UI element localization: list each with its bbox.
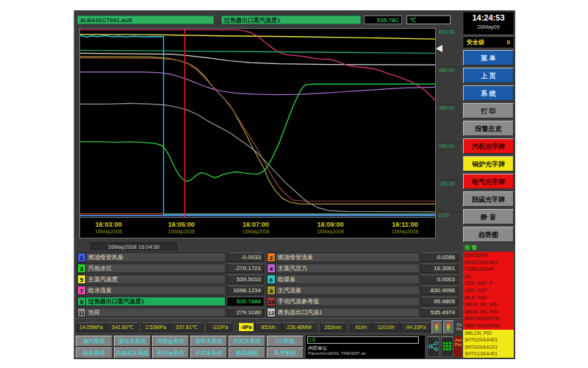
system-button[interactable]: 凝结水系统	[114, 336, 151, 347]
legend-row-pen4[interactable]: 4主蒸汽压力16.3061	[267, 263, 458, 273]
legend-row-pen6[interactable]: 6给煤量0.0003	[267, 275, 458, 284]
y-axis-label: 600.00	[437, 28, 462, 35]
system-button[interactable]: 抽汽系统	[76, 336, 112, 347]
signal-indicator-button[interactable]	[431, 320, 442, 334]
command-panel: L6 内部单位 Paper/trendDDL TREND6*.av	[305, 335, 426, 359]
network-icon-button[interactable]	[427, 336, 440, 357]
legend-row-pen11[interactable]: 11负荷279.3180	[77, 308, 264, 317]
pen-label: 给水流量	[86, 286, 226, 295]
system-button[interactable]: 闭式水系统	[229, 336, 265, 347]
status-value: 263mm	[320, 322, 345, 332]
legend-row-pen3[interactable]: 3汽包水位-270.1721	[77, 263, 264, 273]
grid-view-icon-button[interactable]	[441, 336, 453, 357]
system-button[interactable]: CO系统	[267, 336, 304, 347]
signal-indicator-button[interactable]	[443, 320, 454, 334]
ack-point-button[interactable]: Ack Point	[454, 336, 462, 357]
command-input[interactable]: L6	[307, 336, 419, 344]
annunciator-button[interactable]: 电气光字牌	[463, 174, 514, 189]
alarm-tag-red[interactable]: 3MLE_HA_PID	[463, 301, 514, 308]
system-button[interactable]: 给水系统	[76, 347, 112, 358]
legend-row-pen9[interactable]: 9过热器出口蒸汽温度1535.7888	[77, 297, 264, 306]
alarm-overview-button[interactable]: 报警总览	[463, 121, 514, 136]
system-button[interactable]: 曲线画面	[229, 347, 265, 358]
alarm-tag-red[interactable]: N01617SS.4H1	[463, 259, 514, 266]
date-label: 16May2008	[243, 229, 270, 234]
dcs-trend-window: 3LBA01CT601.aU8 过热器出口蒸汽温度1 535.78C ℃ 600…	[74, 10, 514, 359]
alarm-tag-red[interactable]: 1IDF_GZF	[463, 287, 514, 294]
pen-color-box: 9	[77, 297, 86, 306]
nav-button[interactable]: 系 统	[463, 85, 514, 101]
pen-value: -0.0033	[227, 252, 264, 262]
pen-value: 1098.1234	[227, 286, 264, 295]
pen-value: 539.5010	[227, 275, 264, 284]
pen-value: 279.3180	[227, 308, 264, 317]
legend-row-pen7[interactable]: 7给水流量1098.1234	[77, 286, 264, 295]
time-label: 16:09:00	[317, 221, 344, 228]
y-axis-label: 240.00	[437, 142, 462, 149]
pen-label: 再热器出口汽温1	[276, 308, 420, 317]
alarm-tag-yellow[interactable]: 3HTG13AA401	[463, 350, 514, 358]
system-button[interactable]: 高加疏水系统	[114, 347, 151, 358]
system-button[interactable]: 真空系统	[267, 347, 304, 358]
pen-value: 535.4974	[421, 308, 458, 317]
selected-pen-field[interactable]: 过热器出口蒸汽温度1	[221, 15, 361, 24]
annunciator-button[interactable]: 锅炉光字牌	[463, 156, 514, 171]
clock-panel: 14:24:53 26May09	[463, 12, 514, 35]
alarm-tag-red[interactable]: B39O18HT	[463, 252, 514, 259]
alarm-tag-yellow[interactable]: 3HTG20AA401	[463, 336, 514, 344]
point-tag-field[interactable]: 3LBA01CT601.aU8	[77, 15, 214, 24]
status-value: 537.81℃	[171, 322, 203, 332]
time-label: 16:05:00	[168, 221, 195, 228]
pen-value: -270.1721	[227, 263, 264, 273]
alarm-tag-red[interactable]: 1IDF_GZF_F	[463, 280, 514, 287]
trend-series-pen3	[80, 50, 435, 53]
pen-color-box: 1	[77, 252, 86, 262]
legend-row-pen1[interactable]: 1燃油母管风量-0.0033	[77, 252, 264, 262]
time-label: 16:03:00	[95, 221, 122, 228]
system-button[interactable]: 润滑油系统	[152, 336, 189, 347]
print-button[interactable]: 打 印	[463, 103, 514, 118]
status-value: -6Pa	[238, 322, 254, 332]
system-buttons-row2: 给水系统高加疏水系统密封油系统开式水系统曲线画面真空系统	[76, 347, 304, 358]
legend-row-pen8[interactable]: 8主汽流量830.9096	[267, 286, 458, 295]
trend-series-pen8	[80, 57, 435, 204]
legend-row-pen10[interactable]: 10手动汽温参考值95.9805	[267, 297, 458, 306]
statusbar-gap	[233, 327, 237, 328]
legend-row-pen12[interactable]: 12再热器出口汽温1535.4974	[267, 308, 458, 317]
time-axis-tick: 16:03:0016May2008	[95, 221, 122, 234]
statusbar-gap	[140, 327, 141, 328]
annunciator-button[interactable]: 脱硫光字牌	[463, 191, 514, 207]
nav-button[interactable]: 上 页	[463, 68, 514, 83]
signal-indicator-icon	[435, 322, 438, 331]
y-axis-label: 120.00	[437, 180, 462, 187]
system-button[interactable]: 开式水系统	[190, 347, 227, 358]
system-button[interactable]: 循环水系统	[190, 336, 227, 347]
pen-value: 830.9096	[421, 286, 458, 295]
y-axis-scale: 600.00480.00360.00240.00120.000.00	[437, 28, 462, 218]
status-value: -110Pa	[207, 322, 232, 332]
system-button[interactable]: 密封油系统	[152, 347, 189, 358]
mute-button[interactable]: 静 音	[463, 209, 514, 224]
alarm-tag-red[interactable]: 3MLD_HA_PID	[463, 308, 514, 316]
nav-button[interactable]: 菜 单	[463, 50, 514, 66]
alarm-tag-yellow[interactable]: 3HTG20AA101	[463, 344, 514, 351]
y-axis-label: 360.00	[437, 104, 462, 111]
pen-label: 汽包水位	[86, 263, 226, 273]
alarm-tag-red[interactable]: 3MKYW42AP30	[463, 315, 514, 322]
main-area: 3LBA01CT601.aU8 过热器出口蒸汽温度1 535.78C ℃ 600…	[74, 10, 462, 359]
trend-titlebar: 3LBA01CT601.aU8 过热器出口蒸汽温度1 535.78C ℃	[74, 10, 462, 28]
pen-legend-table: 16May2008 16:04:50 1燃油母管风量-0.00333汽包水位-2…	[74, 241, 462, 318]
legend-left-column: 1燃油母管风量-0.00333汽包水位-270.17215主蒸汽温度539.50…	[77, 252, 264, 319]
annunciator-button[interactable]: 汽机光字牌	[463, 138, 514, 154]
alarm-tag-yellow[interactable]: 3MLCN_PID	[463, 330, 514, 337]
alarm-tag-red[interactable]: O2	[463, 273, 514, 280]
alarm-tag-red[interactable]: T18E12ACHT	[463, 266, 514, 273]
legend-row-pen2[interactable]: 2燃油母管流量0.0286	[267, 252, 458, 262]
trend-button[interactable]: 趋势图	[463, 227, 514, 242]
legend-row-pen5[interactable]: 5主蒸汽温度539.5010	[77, 275, 264, 284]
alarm-tag-red[interactable]: MLE_PAF	[463, 294, 514, 302]
status-value: 541.80℃	[107, 322, 139, 332]
trend-plot[interactable]	[79, 28, 436, 218]
alarm-tag-red[interactable]: 3MKYW42AP30	[463, 322, 514, 330]
pen-value: 95.9805	[421, 297, 458, 306]
